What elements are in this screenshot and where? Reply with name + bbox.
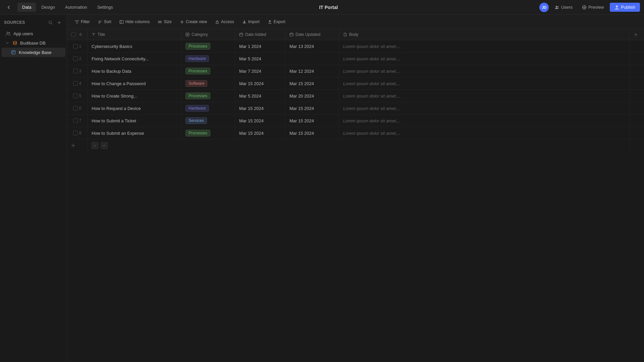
tab-settings[interactable]: Settings — [93, 3, 118, 12]
size-button[interactable]: Size — [154, 17, 175, 26]
row-checkbox-cell[interactable]: 7 — [67, 115, 88, 127]
row-number: 7 — [79, 118, 82, 123]
th-category[interactable]: Category — [181, 29, 235, 40]
add-source-button[interactable] — [55, 19, 63, 26]
svg-rect-12 — [290, 33, 293, 36]
filter-button[interactable]: Filter — [71, 17, 94, 26]
row-checkbox[interactable] — [73, 106, 78, 111]
sidebar-item-budibase-db[interactable]: Budibase DB — [1, 38, 65, 48]
tab-data[interactable]: Data — [17, 3, 36, 12]
tab-design[interactable]: Design — [37, 3, 59, 12]
th-body[interactable]: Body — [339, 29, 630, 40]
table-row[interactable]: 5 How to Create Strong... Processes Mar … — [67, 90, 644, 102]
add-row-keys: ⎋ ↵ — [88, 139, 630, 152]
cell-plus — [629, 40, 644, 53]
th-checkbox[interactable] — [67, 29, 88, 40]
table-row[interactable]: 8 How to Submit an Expense Processes Mar… — [67, 127, 644, 139]
row-checkbox[interactable] — [73, 69, 78, 73]
svg-point-1 — [557, 6, 558, 7]
cell-title[interactable]: How to Change a Password — [88, 77, 181, 90]
sidebar-item-knowledge-base[interactable]: Knowledge Base — [1, 48, 65, 57]
add-row-button[interactable] — [71, 143, 83, 148]
th-add-column[interactable] — [629, 29, 644, 40]
hide-columns-button[interactable]: Hide columns — [116, 17, 154, 26]
row-checkbox-cell[interactable]: 8 — [67, 127, 88, 139]
row-checkbox-cell[interactable]: 1 — [67, 40, 88, 53]
row-checkbox-cell[interactable]: 3 — [67, 65, 88, 77]
th-title[interactable]: Title — [88, 29, 181, 40]
expand-icon — [5, 41, 9, 45]
tab-automation[interactable]: Automation — [60, 3, 92, 12]
cell-category[interactable]: Processes — [181, 90, 235, 102]
cell-title[interactable]: How to Create Strong... — [88, 90, 181, 102]
avatar[interactable]: JD — [539, 3, 549, 12]
cell-title[interactable]: How to Submit a Ticket — [88, 115, 181, 127]
cell-body: Lorem ipsum dolor sit amet,... — [339, 102, 630, 115]
cell-title[interactable]: Cybersecurity Basics — [88, 40, 181, 53]
category-badge: Processes — [185, 68, 210, 74]
th-date-updated[interactable]: Date Updated — [285, 29, 339, 40]
export-button[interactable]: Export — [264, 17, 289, 26]
row-number: 1 — [79, 44, 82, 49]
cell-title[interactable]: How to Submit an Expense — [88, 127, 181, 139]
table-row[interactable]: 4 How to Change a Password Software Mar … — [67, 77, 644, 90]
cell-date-updated: Mar 13 2024 — [285, 40, 339, 53]
cell-category[interactable]: Processes — [181, 127, 235, 139]
cell-category[interactable]: Software — [181, 77, 235, 90]
top-right-actions: JD Users Preview Publish — [539, 3, 640, 12]
data-table: Title Category — [67, 29, 644, 152]
hide-columns-icon — [119, 20, 124, 24]
category-badge: Processes — [185, 93, 210, 99]
cell-date-added: Mar 5 2024 — [235, 53, 285, 65]
row-checkbox-cell[interactable]: 5 — [67, 90, 88, 102]
cell-category[interactable]: Hardware — [181, 53, 235, 65]
import-button[interactable]: Import — [238, 17, 263, 26]
row-checkbox-cell[interactable]: 6 — [67, 102, 88, 115]
row-checkbox[interactable] — [73, 81, 78, 86]
th-date-added[interactable]: Date Added — [235, 29, 285, 40]
table-row[interactable]: 6 How to Request a Device Hardware Mar 1… — [67, 102, 644, 115]
escape-key: ⎋ — [92, 142, 98, 149]
cell-category[interactable]: Processes — [181, 40, 235, 53]
row-checkbox[interactable] — [73, 131, 78, 135]
search-button[interactable] — [47, 19, 54, 26]
preview-button[interactable]: Preview — [579, 3, 607, 11]
create-view-button[interactable]: Create view — [176, 17, 211, 26]
access-button[interactable]: Access — [211, 17, 238, 26]
cell-category[interactable]: Processes — [181, 65, 235, 77]
cell-body: Lorem ipsum dolor sit amet,... — [339, 53, 630, 65]
table-row[interactable]: 2 Fixing Network Connectivity... Hardwar… — [67, 53, 644, 65]
row-number: 4 — [79, 81, 82, 86]
table-row[interactable]: 7 How to Submit a Ticket Services Mar 15… — [67, 115, 644, 127]
row-number: 6 — [79, 106, 82, 111]
row-checkbox-cell[interactable]: 4 — [67, 77, 88, 90]
cell-title[interactable]: How to Request a Device — [88, 102, 181, 115]
cell-category[interactable]: Hardware — [181, 102, 235, 115]
cell-title[interactable]: How to Backup Data — [88, 65, 181, 77]
row-checkbox[interactable] — [73, 44, 78, 49]
back-button[interactable] — [4, 3, 13, 12]
table-row[interactable]: 1 Cybersecurity Basics Processes Mar 1 2… — [67, 40, 644, 53]
cell-body: Lorem ipsum dolor sit amet,... — [339, 65, 630, 77]
text-icon — [92, 33, 96, 37]
row-checkbox[interactable] — [73, 118, 78, 123]
publish-button[interactable]: Publish — [610, 3, 640, 12]
add-row-cell[interactable] — [67, 139, 88, 152]
sidebar: Sources — [0, 15, 67, 362]
cell-category[interactable]: Services — [181, 115, 235, 127]
cell-date-updated: Mar 15 2024 — [285, 127, 339, 139]
list-icon — [185, 33, 190, 37]
users-button[interactable]: Users — [551, 3, 576, 11]
svg-rect-8 — [120, 20, 123, 23]
cell-title[interactable]: Fixing Network Connectivity... — [88, 53, 181, 65]
table-row[interactable]: 3 How to Backup Data Processes Mar 7 202… — [67, 65, 644, 77]
sort-button[interactable]: Sort — [94, 17, 115, 26]
row-checkbox[interactable] — [73, 94, 78, 98]
row-number: 8 — [79, 131, 82, 135]
table-container: Title Category — [67, 29, 644, 362]
select-all-checkbox[interactable] — [71, 32, 76, 37]
add-row-header-icon[interactable] — [78, 32, 83, 37]
sidebar-item-app-users[interactable]: App users — [1, 29, 65, 38]
row-checkbox[interactable] — [73, 56, 78, 61]
row-checkbox-cell[interactable]: 2 — [67, 53, 88, 65]
